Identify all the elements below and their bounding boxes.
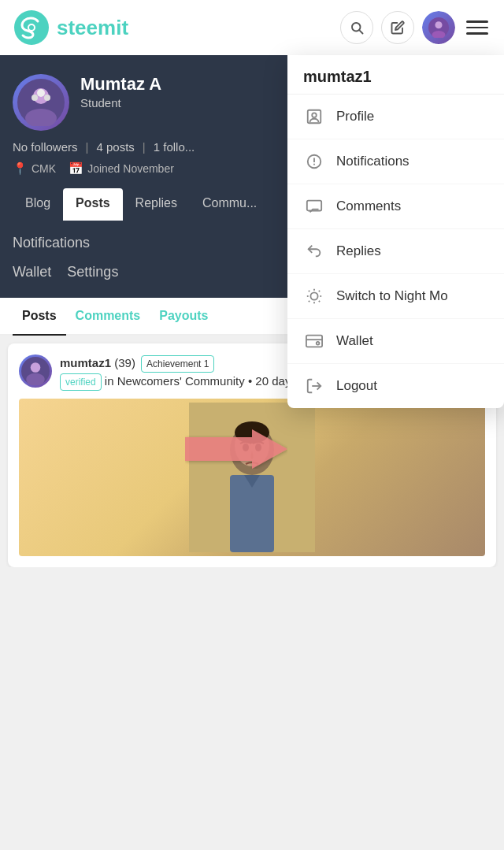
following-stat: 1 follo... bbox=[154, 140, 195, 154]
content-tab-payouts[interactable]: Payouts bbox=[150, 298, 217, 334]
tab-replies[interactable]: Replies bbox=[123, 188, 190, 221]
dropdown-label-night-mode: Switch to Night Mo bbox=[336, 288, 448, 304]
location-icon: 📍 bbox=[13, 161, 28, 176]
wallet-icon bbox=[303, 330, 325, 352]
svg-point-5 bbox=[435, 21, 442, 28]
svg-point-14 bbox=[31, 362, 41, 373]
post-badge-achievement[interactable]: Achievement 1 bbox=[141, 355, 214, 373]
profile-avatar bbox=[13, 74, 69, 131]
logo-area: steemit bbox=[13, 9, 340, 46]
location-meta: 📍 CMK bbox=[13, 161, 56, 176]
svg-line-32 bbox=[309, 291, 309, 291]
search-icon bbox=[350, 20, 364, 35]
post-author[interactable]: mumtaz1 bbox=[60, 356, 111, 369]
svg-line-36 bbox=[309, 301, 309, 302]
dropdown-item-profile[interactable]: Profile bbox=[287, 95, 504, 139]
post-community: in Newcomers' Community bbox=[105, 374, 245, 388]
svg-line-3 bbox=[359, 30, 362, 33]
svg-point-0 bbox=[14, 10, 49, 45]
dropdown-label-logout: Logout bbox=[336, 378, 377, 394]
dropdown-label-wallet: Wallet bbox=[336, 333, 373, 349]
svg-marker-41 bbox=[185, 429, 287, 469]
search-button[interactable] bbox=[340, 11, 373, 44]
joined-meta: 📅 Joined November bbox=[69, 161, 174, 176]
svg-line-37 bbox=[319, 291, 320, 291]
hamburger-line-1 bbox=[466, 20, 488, 23]
edit-button[interactable] bbox=[381, 11, 414, 44]
header: steemit bbox=[0, 0, 504, 55]
hamburger-line-2 bbox=[466, 27, 488, 29]
dropdown-item-wallet[interactable]: Wallet bbox=[287, 319, 504, 364]
profile-name: Mumtaz A bbox=[80, 74, 161, 95]
post-author-avatar bbox=[19, 354, 52, 388]
logo-text: steemit bbox=[57, 16, 128, 40]
svg-point-10 bbox=[32, 95, 38, 101]
followers-stat: No followers bbox=[13, 140, 78, 154]
svg-point-39 bbox=[317, 342, 320, 345]
dropdown-label-comments: Comments bbox=[336, 199, 401, 214]
svg-point-29 bbox=[310, 292, 317, 299]
notifications-icon bbox=[303, 150, 325, 173]
dropdown-item-logout[interactable]: Logout bbox=[287, 364, 504, 408]
post-image-content bbox=[189, 403, 315, 552]
user-avatar-button[interactable] bbox=[422, 11, 455, 44]
profile-icon bbox=[303, 106, 325, 128]
dropdown-item-notifications[interactable]: Notifications bbox=[287, 139, 504, 184]
svg-point-12 bbox=[37, 89, 45, 97]
edit-icon bbox=[391, 20, 405, 35]
tab-posts[interactable]: Posts bbox=[63, 188, 123, 221]
comments-icon bbox=[303, 195, 325, 217]
hamburger-line-3 bbox=[466, 32, 488, 35]
svg-point-11 bbox=[44, 95, 50, 101]
dropdown-item-comments[interactable]: Comments bbox=[287, 184, 504, 229]
stat-divider-2: | bbox=[143, 140, 146, 154]
joined-text: Joined November bbox=[87, 162, 174, 175]
dropdown-label-profile: Profile bbox=[336, 109, 374, 124]
night-mode-icon bbox=[303, 285, 325, 307]
post-image bbox=[19, 399, 485, 556]
replies-icon bbox=[303, 240, 325, 262]
posts-stat: 4 posts bbox=[96, 140, 134, 154]
svg-rect-38 bbox=[306, 336, 322, 347]
steemit-logo-icon bbox=[13, 9, 50, 46]
location-text: CMK bbox=[32, 162, 56, 175]
svg-point-24 bbox=[312, 113, 317, 117]
post-badge-verified[interactable]: verified bbox=[60, 373, 102, 391]
dropdown-item-night-mode[interactable]: Switch to Night Mo bbox=[287, 274, 504, 319]
header-actions bbox=[340, 11, 491, 44]
hamburger-button[interactable] bbox=[463, 13, 491, 42]
stat-divider-1: | bbox=[86, 140, 89, 154]
user-avatar bbox=[422, 11, 455, 44]
content-tab-posts[interactable]: Posts bbox=[13, 298, 66, 336]
dropdown-item-replies[interactable]: Replies bbox=[287, 229, 504, 274]
svg-line-33 bbox=[319, 301, 320, 302]
tab-blog[interactable]: Blog bbox=[13, 188, 63, 221]
sidebar-item-notifications[interactable]: Notifications bbox=[13, 228, 90, 258]
dropdown-username: mumtaz1 bbox=[287, 55, 504, 95]
calendar-icon: 📅 bbox=[69, 161, 83, 176]
dropdown-label-replies: Replies bbox=[336, 243, 381, 259]
sidebar-item-settings[interactable]: Settings bbox=[67, 258, 118, 287]
profile-info: Mumtaz A Student bbox=[80, 74, 161, 109]
sidebar-item-wallet[interactable]: Wallet bbox=[13, 258, 51, 287]
dropdown-menu: mumtaz1 Profile Notifications bbox=[287, 55, 504, 408]
logout-icon bbox=[303, 375, 325, 397]
dropdown-label-notifications: Notifications bbox=[336, 154, 410, 169]
wallet-arrow-pointer bbox=[185, 429, 287, 472]
tab-community[interactable]: Commu... bbox=[190, 188, 269, 221]
post-score: (39) bbox=[114, 356, 135, 369]
profile-bio: Student bbox=[80, 96, 161, 109]
content-tab-comments[interactable]: Comments bbox=[66, 298, 150, 334]
